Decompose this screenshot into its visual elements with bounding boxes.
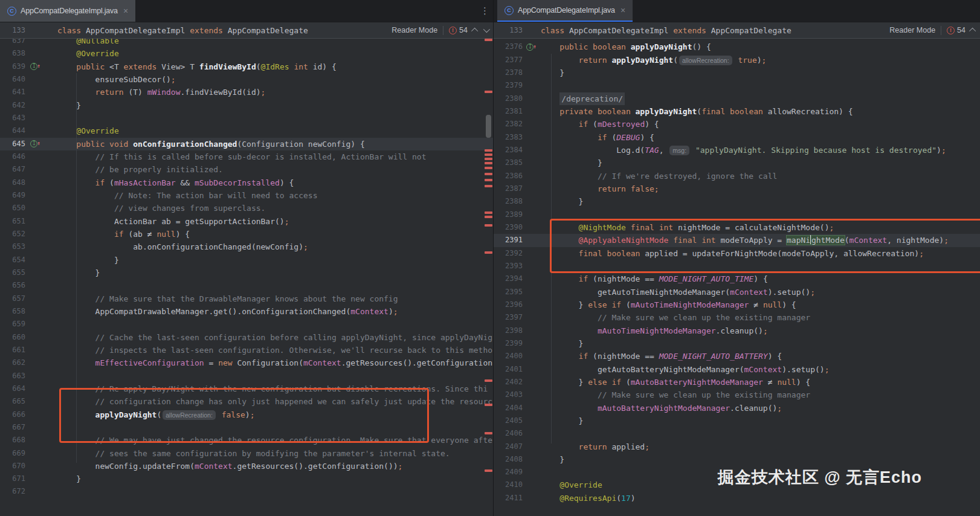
- line-number: 652: [0, 228, 25, 240]
- gutter-icon-column: [25, 73, 42, 86]
- reader-mode-button[interactable]: Reader Mode: [392, 26, 437, 34]
- line-number: 2396: [502, 298, 523, 311]
- tab-bar-right: C AppCompatDelegateImpl.java ×: [494, 0, 980, 22]
- gutter-icon-column: [523, 286, 537, 298]
- error-stripe-mark[interactable]: [485, 432, 492, 434]
- error-stripe-mark[interactable]: [485, 185, 492, 187]
- editor-options-icon[interactable]: ⋮: [480, 5, 489, 17]
- line-number: 648: [0, 176, 25, 189]
- gutter-icon-column: [523, 440, 537, 453]
- line-number: 2385: [502, 156, 523, 169]
- code-line: 653 ab.onConfigurationChanged(newConfig)…: [0, 240, 493, 253]
- code-text: /deprecation/: [541, 92, 625, 105]
- gutter-icon-column: [523, 311, 537, 324]
- error-stripe-mark[interactable]: [485, 153, 492, 156]
- code-line: 2398 mAutoTimeNightModeManager.cleanup()…: [494, 324, 980, 337]
- code-text: // Make sure that the DrawableManager kn…: [57, 292, 398, 305]
- gutter-icon-column: [523, 54, 537, 66]
- error-stripe-mark[interactable]: [485, 379, 492, 382]
- code-text: }: [57, 266, 100, 279]
- next-error-icon[interactable]: [483, 26, 490, 33]
- code-line: 651 ActionBar ab = getSupportActionBar()…: [0, 215, 493, 228]
- gutter-icon-column: [523, 156, 537, 169]
- code-line: 2404 mAutoBatteryNightModeManager.cleanu…: [494, 402, 980, 414]
- gutter-icon-column: [25, 112, 42, 124]
- error-stripe-mark[interactable]: [485, 404, 492, 406]
- error-stripe-mark[interactable]: [485, 158, 492, 160]
- code-line: 667: [0, 421, 493, 434]
- gutter-icon-column: [25, 344, 42, 356]
- line-number: 651: [0, 215, 25, 228]
- code-line: 2384 Log.d(TAG, msg: "applyDayNight. Ski…: [494, 144, 980, 156]
- code-line: 662 mEffectiveConfiguration = new Config…: [0, 356, 493, 369]
- error-stripe-mark[interactable]: [485, 39, 492, 41]
- code-line: 648 if (mHasActionBar && mSubDecorInstal…: [0, 176, 493, 189]
- error-stripe-mark[interactable]: [485, 469, 492, 472]
- tab-appcompatdelegateimpl-left[interactable]: C AppCompatDelegateImpl.java ×: [0, 0, 135, 22]
- line-number: 659: [0, 318, 25, 331]
- line-number: 645: [0, 138, 25, 150]
- line-number: 2393: [502, 260, 523, 273]
- gutter-icon-column: [25, 408, 42, 421]
- code-line: 654 }: [0, 254, 493, 266]
- code-text: }: [541, 453, 564, 466]
- scrollbar-thumb[interactable]: [486, 115, 491, 138]
- gutter-icon-column: [25, 318, 42, 331]
- error-stripe-mark[interactable]: [485, 173, 492, 175]
- gutter-icon-column: [25, 138, 42, 150]
- line-number: 654: [0, 254, 25, 266]
- tab-appcompatdelegateimpl-right[interactable]: C AppCompatDelegateImpl.java ×: [497, 0, 633, 22]
- error-stripe-mark[interactable]: [485, 224, 492, 227]
- overrides-method-icon[interactable]: [30, 140, 37, 147]
- close-tab-icon[interactable]: ×: [123, 7, 128, 15]
- previous-error-icon[interactable]: [969, 28, 976, 34]
- reader-mode-button[interactable]: Reader Mode: [889, 26, 935, 34]
- line-number: 2390: [502, 221, 523, 234]
- gutter-icon-column: [25, 279, 42, 292]
- code-text: // Make sure we clean up the existing ma…: [541, 389, 810, 401]
- error-stripe-mark[interactable]: [485, 167, 492, 169]
- gutter-icon-column: [25, 370, 42, 382]
- error-stripe-mark[interactable]: [485, 216, 492, 218]
- java-class-icon: C: [7, 7, 16, 16]
- error-badge[interactable]: ! 54: [947, 26, 965, 34]
- code-editor-right[interactable]: 2375 @Override2376 public boolean applyD…: [494, 28, 980, 505]
- gutter-icon-column: [25, 254, 42, 266]
- code-text: // be properly initialized.: [57, 163, 223, 176]
- previous-error-icon[interactable]: [471, 28, 478, 34]
- sticky-header-right[interactable]: 133 class AppCompatDelegateImpl extends …: [494, 22, 980, 39]
- gutter-icon-column: [25, 472, 42, 485]
- line-number: 666: [0, 408, 25, 421]
- code-text: }: [541, 414, 583, 427]
- code-text: return false;: [541, 182, 659, 195]
- error-stripe-mark[interactable]: [485, 91, 492, 93]
- close-tab-icon[interactable]: ×: [621, 6, 625, 15]
- gutter-icon-column: [523, 247, 537, 260]
- code-editor-left[interactable]: 637 @Nullable638 @Override639 public <T …: [0, 34, 493, 498]
- error-badge[interactable]: ! 54: [449, 26, 468, 34]
- line-number: 2399: [502, 337, 523, 350]
- error-stripe-mark[interactable]: [485, 211, 492, 214]
- editor-pane-right: C AppCompatDelegateImpl.java × 133 class…: [493, 0, 980, 516]
- error-stripe-mark[interactable]: [485, 162, 492, 164]
- line-number: 2383: [502, 131, 523, 144]
- overrides-method-icon[interactable]: [526, 44, 534, 51]
- code-line: 2388 }: [494, 195, 980, 208]
- code-line: 640 ensureSubDecor();: [0, 73, 493, 86]
- line-number: 639: [0, 60, 25, 73]
- code-line: 663: [0, 370, 493, 382]
- code-text: @Override: [57, 124, 119, 137]
- code-text: if (nightMode == MODE_NIGHT_AUTO_TIME) {: [541, 273, 768, 285]
- gutter-icon-column: [523, 324, 537, 337]
- overrides-method-icon[interactable]: [30, 63, 37, 70]
- line-number: 643: [0, 112, 25, 124]
- error-stripe-mark[interactable]: [485, 179, 492, 181]
- code-line: 652 if (ab ≠ null) {: [0, 228, 493, 240]
- error-stripe-mark[interactable]: [485, 251, 492, 254]
- code-line: 642 }: [0, 99, 493, 112]
- code-line: 657 // Make sure that the DrawableManage…: [0, 292, 493, 305]
- code-text: if (mHasActionBar && mSubDecorInstalled)…: [57, 176, 294, 189]
- folded-region[interactable]: /deprecation/: [559, 92, 625, 105]
- error-stripe-mark[interactable]: [485, 149, 492, 152]
- sticky-header-left[interactable]: 133 class AppCompatDelegateImpl extends …: [0, 22, 493, 39]
